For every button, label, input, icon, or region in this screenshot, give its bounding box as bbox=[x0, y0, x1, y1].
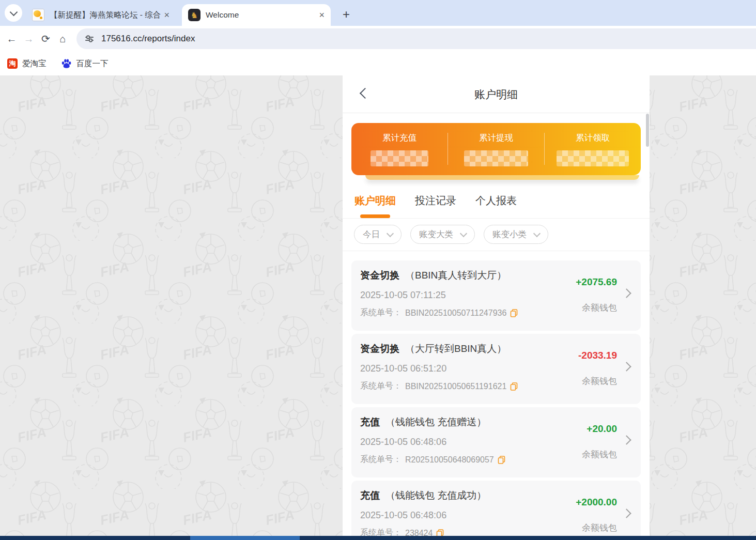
site-settings-icon[interactable] bbox=[84, 34, 95, 44]
account-panel: 账户明细 累计充值 累计提现 累计领取 bbox=[343, 75, 650, 540]
txn-wallet: 余额钱包 bbox=[534, 302, 617, 314]
transaction-list: 资金切换（BBIN真人转到大厅） 2025-10-05 07:11:25 系统单… bbox=[343, 251, 650, 540]
forum-favicon-icon bbox=[32, 9, 44, 21]
summary-label: 累计充值 bbox=[351, 132, 448, 144]
txn-time: 2025-10-05 06:51:20 bbox=[360, 363, 518, 374]
home-button[interactable]: ⌂ bbox=[54, 34, 71, 44]
tab-title: Welcome bbox=[206, 10, 317, 20]
chevron-down-icon bbox=[9, 8, 18, 16]
tab-forum[interactable]: 【新提醒】海燕策略论坛 - 综合 × bbox=[26, 4, 176, 26]
url-bar[interactable]: 175616.cc/reports/index bbox=[76, 28, 756, 49]
chevron-right-icon bbox=[622, 288, 631, 298]
txn-wallet: 余额钱包 bbox=[534, 449, 617, 460]
tab-search-button[interactable] bbox=[5, 4, 22, 22]
summary-label: 累计提现 bbox=[448, 132, 544, 144]
page-title: 账户明细 bbox=[343, 75, 650, 102]
order-label: 系统单号： bbox=[360, 307, 402, 318]
reload-button[interactable]: ⟳ bbox=[37, 34, 54, 44]
txn-wallet: 余额钱包 bbox=[534, 522, 617, 534]
close-icon[interactable]: × bbox=[162, 10, 172, 20]
order-label: 系统单号： bbox=[360, 454, 402, 465]
order-number: BBIN202510050711247936 bbox=[405, 308, 506, 318]
bookmark-label: 爱淘宝 bbox=[22, 58, 47, 69]
order-number: R202510050648069057 bbox=[405, 455, 494, 465]
txn-time: 2025-10-05 06:48:06 bbox=[360, 437, 505, 448]
txn-type: 充值 bbox=[360, 490, 380, 501]
copy-icon[interactable] bbox=[510, 382, 518, 391]
txn-note: （钱能钱包 充值赠送） bbox=[385, 416, 486, 427]
txn-note: （BBIN真人转到大厅） bbox=[405, 270, 506, 281]
hidden-value-mosaic bbox=[464, 150, 528, 166]
txn-amount: -2033.19 bbox=[534, 350, 617, 361]
txn-amount: +2075.69 bbox=[534, 276, 617, 288]
filter-minor-type-dropdown[interactable]: 账变小类 bbox=[484, 225, 548, 244]
app-header: 账户明细 bbox=[343, 75, 650, 113]
scrollbar-thumb[interactable] bbox=[646, 114, 649, 147]
back-button[interactable]: ← bbox=[3, 34, 20, 44]
copy-icon[interactable] bbox=[498, 456, 505, 464]
txn-amount: +2000.00 bbox=[534, 497, 617, 508]
browser-toolbar: ← → ⟳ ⌂ 175616.cc/reports/index bbox=[0, 26, 756, 52]
taobao-icon: 淘 bbox=[7, 58, 18, 69]
transaction-row[interactable]: 充值（钱能钱包 充值成功） 2025-10-05 06:48:06 系统单号： … bbox=[351, 481, 641, 540]
order-label: 系统单号： bbox=[360, 381, 402, 392]
baidu-paw-icon bbox=[61, 58, 72, 69]
txn-note: （大厅转到BBIN真人） bbox=[405, 343, 506, 354]
txn-type: 资金切换 bbox=[360, 343, 399, 354]
filter-label: 今日 bbox=[363, 229, 380, 240]
taskbar-edge bbox=[0, 536, 756, 540]
txn-wallet: 余额钱包 bbox=[534, 375, 617, 387]
summary-card: 累计充值 累计提现 累计领取 bbox=[351, 123, 641, 175]
bookmark-baidu[interactable]: 百度一下 bbox=[61, 58, 109, 69]
forward-button[interactable]: → bbox=[20, 34, 37, 44]
bookmark-label: 百度一下 bbox=[76, 58, 109, 69]
filter-label: 账变大类 bbox=[419, 229, 453, 240]
txn-type: 资金切换 bbox=[360, 270, 399, 281]
chevron-down-icon bbox=[533, 229, 541, 237]
filter-major-type-dropdown[interactable]: 账变大类 bbox=[410, 225, 475, 244]
copy-icon[interactable] bbox=[510, 309, 518, 317]
txn-amount: +20.00 bbox=[534, 423, 617, 435]
close-icon[interactable]: × bbox=[317, 10, 327, 20]
transaction-row[interactable]: 充值（钱能钱包 充值赠送） 2025-10-05 06:48:06 系统单号： … bbox=[351, 407, 641, 477]
filter-date-dropdown[interactable]: 今日 bbox=[354, 225, 402, 244]
tab-bet-records[interactable]: 投注记录 bbox=[415, 194, 456, 218]
chevron-down-icon bbox=[387, 229, 394, 237]
summary-total-withdraw: 累计提现 bbox=[448, 123, 544, 175]
chevron-right-icon bbox=[622, 362, 631, 371]
filter-row: 今日 账变大类 账变小类 bbox=[343, 219, 650, 251]
hidden-value-mosaic bbox=[557, 150, 629, 166]
filter-label: 账变小类 bbox=[492, 229, 527, 240]
transaction-row[interactable]: 资金切换（BBIN真人转到大厅） 2025-10-05 07:11:25 系统单… bbox=[351, 260, 641, 331]
summary-total-claim: 累计领取 bbox=[545, 123, 641, 175]
bookmark-taobao[interactable]: 淘 爱淘宝 bbox=[7, 58, 47, 69]
transaction-row[interactable]: 资金切换（大厅转到BBIN真人） 2025-10-05 06:51:20 系统单… bbox=[351, 334, 641, 404]
new-tab-button[interactable]: + bbox=[339, 8, 353, 21]
order-number: BBIN202510050651191621 bbox=[405, 382, 506, 391]
welcome-favicon-icon: ♞ bbox=[188, 9, 200, 21]
tab-strip: 【新提醒】海燕策略论坛 - 综合 × ♞ Welcome × + bbox=[0, 0, 756, 26]
card-shadow bbox=[365, 175, 639, 180]
chevron-down-icon bbox=[460, 229, 467, 237]
report-tabs: 账户明细 投注记录 个人报表 bbox=[343, 180, 650, 218]
txn-note: （钱能钱包 充值成功） bbox=[385, 490, 486, 501]
tab-account-detail[interactable]: 账户明细 bbox=[354, 194, 396, 218]
bookmarks-bar: 淘 爱淘宝 百度一下 bbox=[0, 52, 756, 75]
url-text: 175616.cc/reports/index bbox=[101, 34, 195, 44]
summary-label: 累计领取 bbox=[545, 132, 641, 144]
chevron-right-icon bbox=[622, 435, 631, 444]
page-content: FIFA 账户明细 累计充值 累计提现 bbox=[0, 75, 756, 540]
tab-title: 【新提醒】海燕策略论坛 - 综合 bbox=[50, 10, 162, 21]
txn-type: 充值 bbox=[360, 416, 380, 427]
tab-personal-report[interactable]: 个人报表 bbox=[475, 194, 517, 218]
chevron-right-icon bbox=[622, 508, 631, 518]
summary-total-deposit: 累计充值 bbox=[351, 123, 448, 175]
txn-time: 2025-10-05 07:11:25 bbox=[360, 290, 518, 301]
browser-window: 【新提醒】海燕策略论坛 - 综合 × ♞ Welcome × + ← → ⟳ ⌂… bbox=[0, 0, 756, 540]
txn-time: 2025-10-05 06:48:06 bbox=[360, 510, 486, 521]
hidden-value-mosaic bbox=[371, 150, 428, 166]
tab-welcome[interactable]: ♞ Welcome × bbox=[182, 4, 331, 26]
